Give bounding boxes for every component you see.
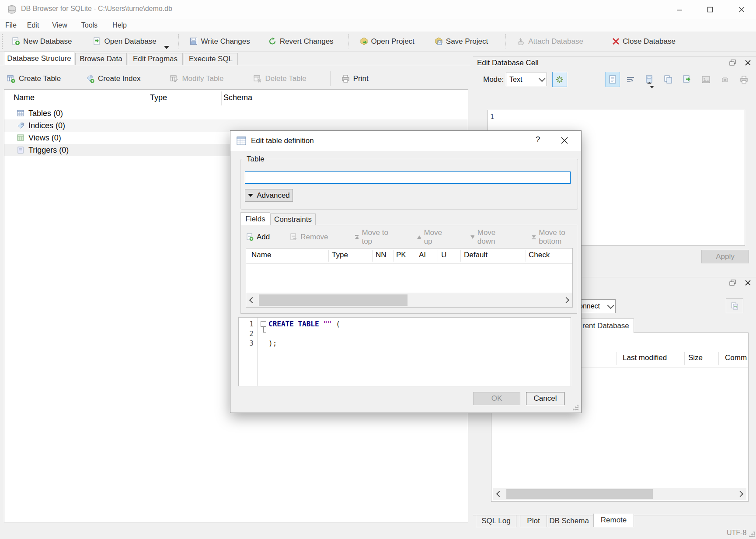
menu-tools[interactable]: Tools — [76, 20, 103, 31]
col-ai[interactable]: AI — [419, 251, 426, 259]
triggers-icon — [17, 147, 24, 154]
auto-apply-toggle[interactable] — [552, 72, 567, 87]
col-default[interactable]: Default — [464, 251, 488, 259]
ok-button[interactable]: OK — [473, 392, 520, 405]
save-project-button[interactable]: Save Project — [430, 33, 492, 50]
col-nn[interactable]: NN — [376, 251, 387, 259]
import-cell-button[interactable] — [642, 72, 657, 87]
chevron-down-icon — [539, 75, 546, 82]
delete-table-button[interactable]: Delete Table — [249, 70, 311, 88]
scrollbar-thumb[interactable] — [259, 294, 408, 306]
modify-table-button[interactable]: Modify Table — [166, 70, 228, 88]
remote-panel-close-button[interactable] — [743, 278, 753, 287]
image-view-button[interactable] — [698, 72, 713, 87]
dialog-help-button[interactable]: ? — [531, 135, 544, 144]
close-database-button[interactable]: Close Database — [608, 33, 680, 50]
tab-sql-log[interactable]: SQL Log — [476, 515, 516, 527]
scroll-left-icon[interactable] — [246, 293, 258, 307]
tab-execute-sql[interactable]: Execute SQL — [184, 53, 238, 65]
image-icon — [702, 76, 710, 83]
move-down-button[interactable]: Move down — [470, 228, 509, 246]
move-to-bottom-button[interactable]: Move to bottom — [531, 228, 581, 246]
menu-help[interactable]: Help — [107, 20, 132, 31]
save-cell-button[interactable] — [679, 72, 694, 87]
remote-list-hscrollbar[interactable] — [493, 488, 746, 500]
create-index-button[interactable]: Create Index — [82, 70, 145, 88]
menu-edit[interactable]: Edit — [22, 20, 45, 31]
scroll-right-icon[interactable] — [560, 293, 572, 307]
sql-line-1: CREATE TABLE "" ( — [268, 320, 340, 328]
add-field-icon — [246, 233, 254, 241]
delete-table-icon — [254, 75, 262, 83]
scrollbar-thumb[interactable] — [506, 489, 653, 499]
open-database-button[interactable]: Open Database — [89, 33, 161, 50]
print-cell-button[interactable] — [736, 72, 751, 87]
tree-row-indices[interactable]: Indices (0) — [4, 119, 468, 132]
menu-file[interactable]: File — [0, 20, 22, 31]
open-database-dropdown[interactable] — [161, 32, 172, 52]
add-field-button[interactable]: Add — [246, 233, 270, 242]
scroll-left-icon[interactable] — [493, 488, 505, 500]
create-table-button[interactable]: Create Table — [3, 70, 65, 88]
maximize-button[interactable] — [698, 0, 722, 19]
col-name[interactable]: Name — [251, 251, 271, 259]
tab-plot[interactable]: Plot — [520, 515, 547, 527]
open-project-button[interactable]: Open Project — [355, 33, 419, 50]
tree-row-tables[interactable]: Tables (0) — [4, 107, 468, 119]
tab-db-schema[interactable]: DB Schema — [548, 515, 590, 527]
dialog-title-bar: Edit table definition ? — [230, 131, 581, 151]
tab-constraints[interactable]: Constraints — [270, 214, 316, 225]
move-to-top-button[interactable]: Move to top — [355, 228, 394, 246]
tab-remote[interactable]: Remote — [593, 514, 634, 527]
export-cell-button[interactable] — [661, 72, 676, 87]
apply-button[interactable]: Apply — [701, 250, 749, 263]
col-pk[interactable]: PK — [396, 251, 406, 259]
dialog-title: Edit table definition — [251, 136, 314, 145]
cancel-button[interactable]: Cancel — [526, 392, 564, 405]
header-commit[interactable]: Comm — [725, 354, 747, 362]
move-up-button[interactable]: Move up — [417, 228, 447, 246]
tree-header-type[interactable]: Type — [150, 93, 167, 102]
cell-panel-close-button[interactable] — [743, 58, 753, 67]
remote-panel-float-button[interactable] — [728, 278, 737, 287]
tab-current-database[interactable]: rent Database — [578, 318, 634, 333]
scroll-right-icon[interactable] — [734, 488, 746, 500]
tree-header-schema[interactable]: Schema — [223, 93, 252, 102]
col-type[interactable]: Type — [332, 251, 348, 259]
print-button[interactable]: Print — [337, 70, 373, 88]
new-database-button[interactable]: New Database — [7, 33, 77, 50]
tab-database-structure[interactable]: Database Structure — [4, 52, 74, 65]
write-changes-button[interactable]: Write Changes — [185, 33, 254, 50]
header-last-modified[interactable]: Last modified — [623, 354, 667, 362]
tab-edit-pragmas[interactable]: Edit Pragmas — [128, 53, 183, 65]
table-name-input[interactable] — [245, 172, 571, 184]
word-wrap-button[interactable] — [623, 72, 638, 87]
window-resize-grip[interactable] — [749, 532, 755, 538]
import-dropdown-arrow[interactable] — [650, 86, 654, 88]
remove-field-button[interactable]: Remove — [290, 233, 328, 242]
binary-view-button[interactable] — [718, 72, 732, 87]
close-button[interactable] — [729, 0, 754, 19]
fold-marker-icon[interactable] — [261, 321, 266, 327]
dialog-close-button[interactable] — [561, 137, 568, 144]
text-mode-button[interactable] — [605, 72, 620, 87]
dialog-resize-grip[interactable] — [572, 405, 578, 411]
menu-view[interactable]: View — [47, 20, 72, 31]
attach-database-button[interactable]: Attach Database — [512, 33, 588, 50]
cell-panel-float-button[interactable] — [728, 58, 737, 67]
clone-database-button[interactable] — [726, 298, 743, 313]
fields-grid-hscrollbar[interactable] — [246, 293, 572, 307]
modify-table-icon — [170, 75, 178, 83]
tab-fields[interactable]: Fields — [240, 212, 270, 225]
toolbar-handle[interactable] — [2, 34, 5, 49]
header-size[interactable]: Size — [688, 354, 703, 362]
advanced-button[interactable]: Advanced — [245, 189, 293, 202]
tree-header-name[interactable]: Name — [14, 93, 35, 102]
minimize-button[interactable] — [667, 0, 692, 19]
col-check[interactable]: Check — [529, 251, 550, 259]
revert-changes-button[interactable]: Revert Changes — [264, 33, 338, 50]
mode-select[interactable]: Text — [506, 73, 547, 86]
tab-browse-data[interactable]: Browse Data — [75, 53, 127, 65]
sql-line-3: ); — [268, 339, 277, 347]
col-u[interactable]: U — [441, 251, 446, 259]
